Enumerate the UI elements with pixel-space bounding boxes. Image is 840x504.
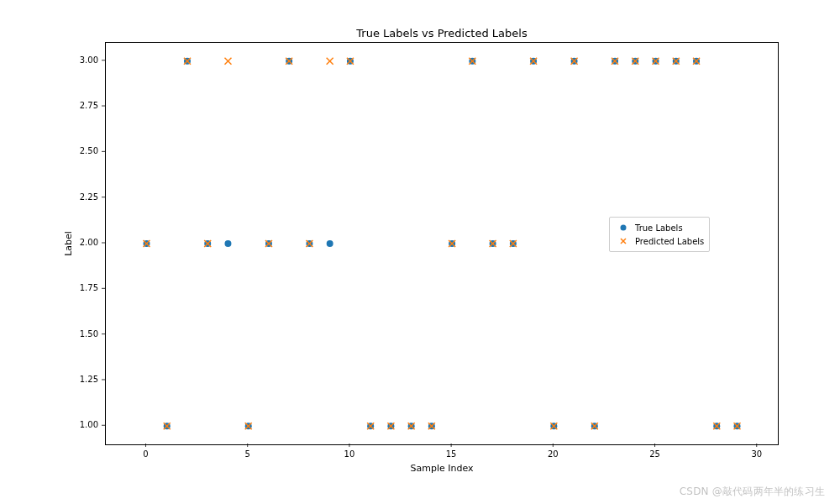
- y-tick-label: 2.25: [80, 192, 98, 202]
- y-tick-label: 2.00: [80, 238, 98, 247]
- legend-label-pred: Predicted Labels: [635, 237, 704, 246]
- chart-title: True Labels vs Predicted Labels: [105, 27, 779, 39]
- figure: True Labels vs Predicted Labels Sample I…: [0, 0, 840, 504]
- x-tick-label: 20: [548, 449, 559, 459]
- x-tick-label: 0: [143, 449, 148, 459]
- legend: True Labels Predicted Labels: [609, 217, 710, 252]
- pred-point: [327, 58, 333, 65]
- circle-icon: [615, 223, 632, 233]
- pred-point: [224, 58, 231, 65]
- watermark: CSDN @敲代码两年半的练习生: [680, 485, 825, 499]
- y-axis-label: Label: [63, 42, 75, 445]
- legend-item-true: True Labels: [615, 221, 704, 234]
- y-tick-label: 2.50: [80, 146, 98, 155]
- y-tick-label: 1.00: [80, 420, 98, 429]
- x-tick-label: 10: [344, 449, 355, 459]
- x-tick-label: 15: [446, 449, 457, 459]
- x-tick-label: 30: [751, 449, 762, 459]
- legend-label-true: True Labels: [635, 223, 683, 233]
- y-tick-label: 1.50: [80, 329, 98, 339]
- true-point: [224, 240, 231, 247]
- y-tick-label: 1.25: [80, 375, 98, 384]
- x-axis-label: Sample Index: [105, 463, 779, 474]
- x-tick-label: 5: [245, 449, 250, 459]
- y-tick-label: 1.75: [80, 283, 98, 292]
- svg-point-76: [621, 225, 627, 231]
- y-tick-label: 3.00: [80, 55, 98, 65]
- x-icon: [615, 236, 632, 246]
- x-tick-label: 25: [649, 449, 660, 459]
- true-point: [327, 240, 333, 247]
- y-tick-label: 2.75: [80, 101, 98, 110]
- legend-item-pred: Predicted Labels: [615, 234, 704, 248]
